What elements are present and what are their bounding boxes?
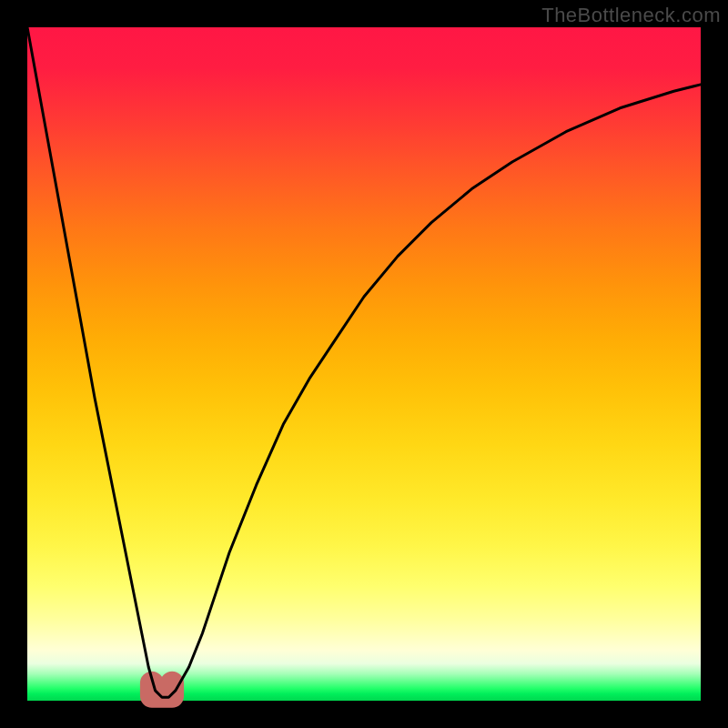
chart-frame: TheBottleneck.com [0,0,728,728]
watermark-text: TheBottleneck.com [541,4,721,27]
gradient-plot-area [27,27,701,701]
curve-layer [27,27,701,701]
bottleneck-curve [27,27,701,697]
